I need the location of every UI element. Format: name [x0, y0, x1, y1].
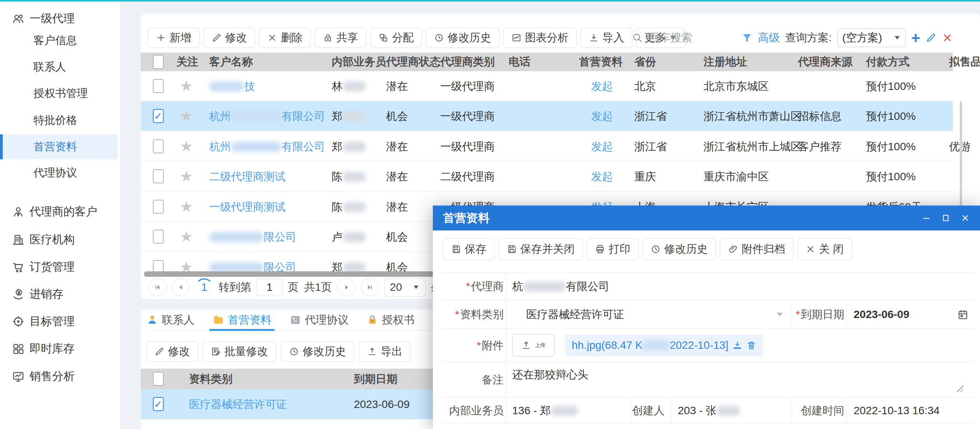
shouying-initiate-link[interactable]: 发起	[591, 71, 613, 101]
save-button[interactable]: 保存	[443, 238, 495, 260]
next-page-button[interactable]	[338, 278, 355, 296]
last-page-button[interactable]	[361, 278, 379, 296]
sidebar-item-jinxiaocun[interactable]: 进销存	[0, 282, 117, 307]
column-header-expiry[interactable]: 到期日期	[354, 369, 397, 389]
sidebar-item-yiliao-jigou[interactable]: 医疗机构	[0, 227, 117, 252]
customer-name-link[interactable]: 一级代理商测试	[209, 192, 285, 222]
column-header-source[interactable]: 代理商来源	[798, 53, 852, 71]
search-input[interactable]	[649, 32, 736, 44]
column-header-province[interactable]: 省份	[634, 53, 656, 71]
download-icon[interactable]	[732, 340, 742, 350]
sidebar-item-xiaoshou-fenxi[interactable]: 销售分析	[0, 364, 117, 389]
row-checkbox[interactable]: ✓	[153, 169, 164, 183]
column-header-address[interactable]: 注册地址	[704, 53, 747, 71]
add-plan-button[interactable]: +	[911, 30, 920, 46]
chevron-down-icon[interactable]	[777, 313, 782, 316]
customer-name-link[interactable]: 限公司	[209, 222, 296, 252]
sidebar-item-shouquanshu[interactable]: 授权书管理	[0, 81, 117, 106]
star-icon[interactable]: ★	[180, 71, 193, 101]
column-header-salesperson[interactable]: 内部业务员	[332, 53, 386, 71]
page-size-select[interactable]: 20	[384, 278, 425, 297]
edit-button[interactable]: 修改	[203, 28, 255, 48]
shouying-initiate-link[interactable]: 发起	[591, 101, 613, 131]
assign-button[interactable]: 分配	[370, 28, 422, 48]
tab-shouying-ziliao-active[interactable]: 首营资料	[212, 309, 271, 331]
attachment-file-link[interactable]: hh.jpg(68.47 K2022-10-13]	[572, 339, 728, 352]
close-button[interactable]: 关 闭	[797, 238, 852, 260]
category-select-value[interactable]: 医疗器械经营许可证	[526, 300, 624, 329]
column-header-phone[interactable]: 电话	[509, 53, 530, 71]
upload-button[interactable]: 上传	[512, 334, 555, 357]
add-button[interactable]: 新增	[148, 28, 200, 48]
detail-select-all-checkbox[interactable]: ✓	[153, 372, 164, 386]
current-page-indicator[interactable]: 1	[195, 278, 213, 296]
shouying-initiate-link[interactable]: 发起	[591, 132, 613, 162]
history-button[interactable]: 修改历史	[426, 28, 499, 48]
share-button[interactable]: 共享	[315, 28, 366, 48]
batch-edit-button[interactable]: 批量修改	[203, 341, 276, 362]
column-header-status[interactable]: 代理商状态	[386, 53, 441, 71]
tab-authorization[interactable]: 授权书	[366, 309, 415, 331]
detail-row-checkbox-checked[interactable]: ✓	[153, 397, 164, 411]
print-button[interactable]: 打印	[587, 238, 639, 260]
sidebar-item-daili-xieyi[interactable]: 代理协议	[0, 160, 117, 185]
minimize-icon[interactable]	[922, 213, 931, 223]
prev-page-button[interactable]	[172, 278, 190, 296]
row-checkbox-checked[interactable]: ✓	[153, 109, 164, 123]
save-and-close-button[interactable]: 保存并关闭	[499, 238, 583, 260]
sidebar-item-lianxiren[interactable]: 联系人	[0, 55, 117, 79]
advanced-search-link[interactable]: 高级	[758, 30, 780, 45]
detail-edit-button[interactable]: 修改	[146, 341, 198, 362]
star-icon[interactable]: ★	[180, 132, 193, 162]
sidebar-item-shouying-ziliao-active[interactable]: 首营资料	[0, 134, 117, 159]
column-header-customer-name[interactable]: 客户名称	[209, 53, 253, 71]
delete-plan-icon[interactable]	[942, 32, 953, 43]
table-row[interactable]: ✓ ★ 二级代理商测试 陈 潜在 二级代理商 发起 重庆 重庆市渝中区 预付10…	[141, 162, 953, 192]
export-button[interactable]: 导出	[359, 341, 411, 362]
close-icon[interactable]	[961, 213, 970, 223]
column-header-brands[interactable]: 拟售品	[949, 53, 980, 71]
star-icon[interactable]: ★	[180, 192, 193, 222]
column-header-payment[interactable]: 付款方式	[866, 53, 910, 71]
expiry-value[interactable]: 2023-06-09	[854, 300, 909, 329]
sidebar-item-kehuxinxi[interactable]: 客户信息	[0, 28, 117, 53]
select-all-checkbox[interactable]: ✓	[153, 55, 164, 69]
star-icon[interactable]: ★	[180, 101, 193, 131]
resize-handle[interactable]	[956, 384, 963, 392]
sidebar-item-dailishang-kehu[interactable]: 代理商的客户	[0, 199, 117, 224]
sidebar-item-partial[interactable]	[0, 427, 117, 429]
row-checkbox[interactable]: ✓	[153, 79, 164, 93]
dialog-titlebar[interactable]: 首营资料	[433, 206, 980, 230]
import-button[interactable]: 导入	[581, 28, 632, 48]
calendar-icon[interactable]	[957, 309, 969, 320]
first-page-button[interactable]	[149, 278, 166, 296]
chart-analysis-button[interactable]: 图表分析	[503, 28, 577, 48]
attachment-archive-button[interactable]: 附件归档	[720, 238, 793, 260]
column-header-category[interactable]: 资料类别	[189, 369, 233, 389]
detail-history-button[interactable]: 修改历史	[281, 341, 354, 362]
filter-icon[interactable]	[742, 32, 752, 43]
sidebar-item-jishi-kucun[interactable]: 即时库存	[0, 336, 117, 361]
query-plan-select[interactable]: (空方案)	[837, 28, 906, 47]
row-checkbox[interactable]: ✓	[153, 200, 164, 214]
trash-icon[interactable]	[746, 340, 756, 350]
column-header-follow[interactable]: 关注	[177, 53, 198, 71]
table-row-selected[interactable]: ✓ ★ 杭州有限公司 郑 机会 一级代理商 发起 浙江省 浙江省杭州市萧山区 招…	[141, 101, 953, 131]
dialog-history-button[interactable]: 修改历史	[642, 238, 716, 260]
row-checkbox[interactable]: ✓	[153, 139, 164, 153]
column-header-type[interactable]: 代理商类别	[440, 53, 495, 71]
shouying-initiate-link[interactable]: 发起	[591, 162, 613, 192]
table-row[interactable]: ✓ ★ 杭州有限公司 郑 潜在 一级代理商 发起 浙江省 浙江省杭州市上城区 客…	[141, 132, 953, 162]
sidebar-item-dinghuo-guanli[interactable]: 订货管理	[0, 255, 117, 280]
remark-textarea[interactable]: 还在那狡辩心头	[512, 367, 588, 382]
horizontal-scrollbar[interactable]	[144, 271, 434, 277]
delete-button[interactable]: 删除	[259, 28, 311, 48]
customer-name-link[interactable]: 技	[209, 71, 255, 101]
sidebar-item-mubiao-guanli[interactable]: 目标管理	[0, 309, 117, 334]
row-checkbox[interactable]: ✓	[153, 230, 164, 244]
tab-agency-agreement[interactable]: 代理协议	[289, 309, 348, 331]
maximize-icon[interactable]	[941, 213, 950, 223]
category-link[interactable]: 医疗器械经营许可证	[189, 389, 287, 419]
table-row[interactable]: ✓ ★ 技 林 潜在 一级代理商 发起 北京 北京市东城区 预付100%	[141, 71, 953, 101]
star-icon[interactable]: ★	[180, 162, 193, 192]
